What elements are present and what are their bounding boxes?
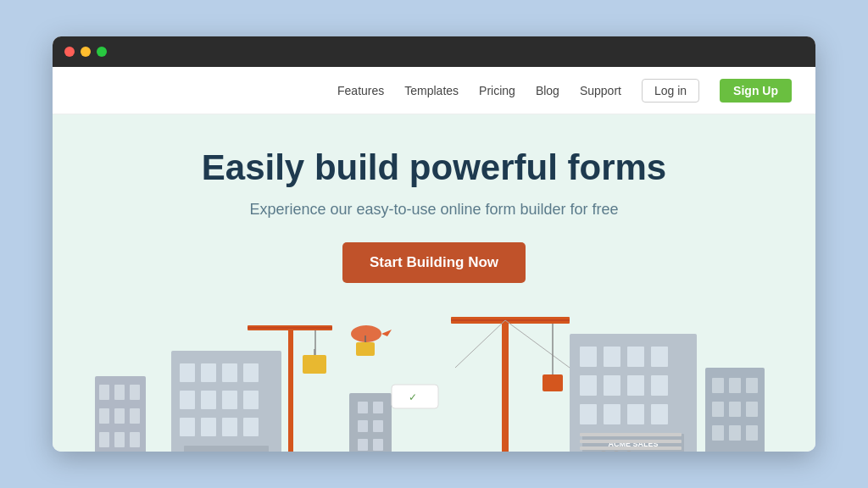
svg-rect-43 xyxy=(373,439,383,451)
svg-rect-55 xyxy=(580,347,597,367)
svg-rect-66 xyxy=(651,404,668,424)
browser-titlebar xyxy=(53,36,815,67)
svg-line-50 xyxy=(505,320,570,368)
svg-rect-8 xyxy=(114,432,125,447)
svg-rect-58 xyxy=(651,347,668,367)
svg-rect-38 xyxy=(358,402,368,413)
svg-line-51 xyxy=(455,320,505,368)
svg-rect-19 xyxy=(180,418,195,436)
svg-rect-39 xyxy=(373,402,383,413)
svg-rect-80 xyxy=(712,402,724,417)
svg-rect-5 xyxy=(114,408,125,424)
hero-title: Easily build powerful forms xyxy=(202,148,666,187)
svg-rect-59 xyxy=(580,375,597,396)
svg-point-33 xyxy=(351,325,381,342)
svg-rect-23 xyxy=(184,446,269,452)
pricing-link[interactable]: Pricing xyxy=(479,84,515,97)
svg-rect-1 xyxy=(99,385,109,400)
svg-rect-53 xyxy=(542,374,563,391)
svg-rect-14 xyxy=(243,363,259,382)
svg-rect-65 xyxy=(627,404,644,424)
svg-rect-77 xyxy=(712,378,724,393)
features-link[interactable]: Features xyxy=(337,84,384,97)
svg-rect-26 xyxy=(288,325,293,452)
maximize-dot[interactable] xyxy=(97,47,107,57)
svg-rect-3 xyxy=(130,385,140,400)
svg-rect-40 xyxy=(358,420,368,432)
hero-subtitle: Experience our easy-to-use online form b… xyxy=(249,201,618,219)
svg-rect-56 xyxy=(604,347,620,367)
svg-rect-64 xyxy=(604,404,620,424)
support-link[interactable]: Support xyxy=(580,84,621,97)
svg-rect-17 xyxy=(222,391,237,409)
svg-rect-20 xyxy=(201,418,216,436)
svg-rect-42 xyxy=(358,439,368,451)
browser-content: Features Templates Pricing Blog Support … xyxy=(53,67,815,452)
svg-marker-34 xyxy=(381,330,392,336)
svg-text:✓: ✓ xyxy=(409,391,417,403)
svg-rect-2 xyxy=(114,385,125,400)
svg-rect-37 xyxy=(349,393,392,452)
svg-rect-57 xyxy=(627,347,644,367)
svg-rect-81 xyxy=(729,402,741,417)
svg-rect-61 xyxy=(627,375,644,396)
svg-rect-69 xyxy=(580,433,682,436)
svg-rect-62 xyxy=(651,375,668,396)
svg-rect-18 xyxy=(243,391,259,409)
svg-rect-79 xyxy=(746,378,758,393)
svg-rect-13 xyxy=(222,363,237,382)
nav-links: Features Templates Pricing Blog Support … xyxy=(337,79,792,103)
svg-rect-70 xyxy=(580,440,682,443)
login-button[interactable]: Log in xyxy=(642,79,699,103)
svg-rect-31 xyxy=(303,355,326,374)
svg-rect-4 xyxy=(99,408,109,424)
svg-rect-16 xyxy=(201,391,216,409)
svg-rect-35 xyxy=(356,342,375,356)
hero-section: Easily build powerful forms Experience o… xyxy=(53,114,815,452)
svg-rect-21 xyxy=(222,418,237,436)
svg-rect-60 xyxy=(604,375,620,396)
svg-rect-41 xyxy=(373,420,383,432)
svg-rect-12 xyxy=(201,363,216,382)
svg-rect-46 xyxy=(502,317,509,452)
close-dot[interactable] xyxy=(64,47,75,57)
svg-rect-84 xyxy=(729,425,741,441)
blog-link[interactable]: Blog xyxy=(536,84,559,97)
svg-rect-22 xyxy=(243,418,259,436)
hero-illustration: ACME R&D xyxy=(53,308,815,452)
svg-rect-15 xyxy=(180,391,195,409)
svg-rect-9 xyxy=(130,432,140,447)
signup-button[interactable]: Sign Up xyxy=(720,79,792,103)
svg-rect-6 xyxy=(130,408,140,424)
cta-button[interactable]: Start Building Now xyxy=(342,242,526,283)
minimize-dot[interactable] xyxy=(81,47,91,57)
svg-rect-78 xyxy=(729,378,741,393)
svg-rect-71 xyxy=(580,446,682,450)
browser-window: Features Templates Pricing Blog Support … xyxy=(53,36,815,452)
navbar: Features Templates Pricing Blog Support … xyxy=(53,67,815,114)
svg-rect-63 xyxy=(580,404,597,424)
svg-rect-7 xyxy=(99,432,109,447)
svg-rect-11 xyxy=(180,363,195,382)
svg-rect-82 xyxy=(746,402,758,417)
templates-link[interactable]: Templates xyxy=(404,84,459,97)
svg-rect-85 xyxy=(746,425,758,441)
svg-rect-83 xyxy=(712,425,724,441)
